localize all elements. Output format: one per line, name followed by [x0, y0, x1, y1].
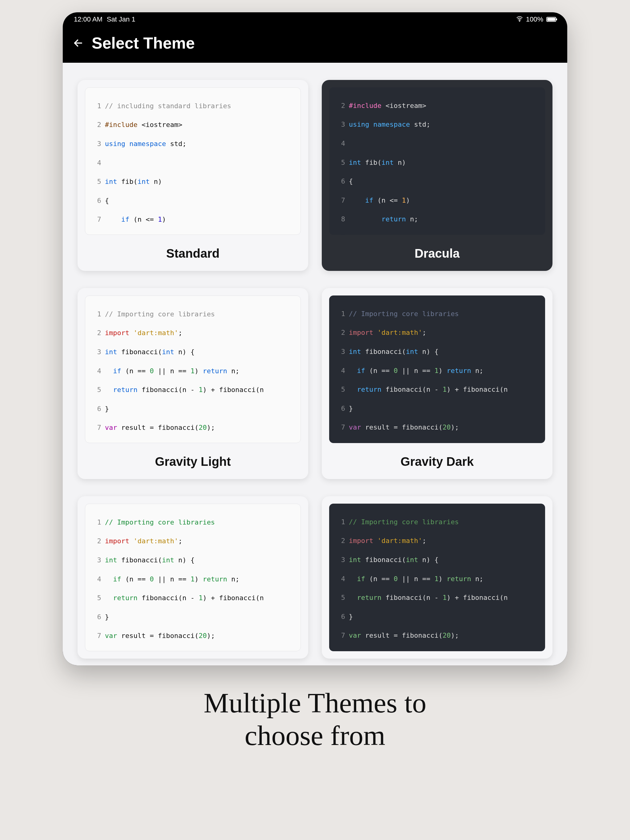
theme-name: Dracula: [322, 242, 552, 271]
app-bar: Select Theme: [63, 27, 567, 63]
code-preview: 1// including standard libraries 2#inclu…: [85, 87, 301, 235]
device-frame: 12:00 AM Sat Jan 1 100% Select Theme 1//…: [63, 12, 567, 665]
theme-card[interactable]: 1// Importing core libraries 2import 'da…: [322, 496, 552, 658]
theme-card[interactable]: 1// Importing core libraries 2import 'da…: [78, 496, 308, 658]
status-time: 12:00 AM: [74, 15, 103, 24]
arrow-left-icon: [73, 38, 83, 48]
theme-card-standard[interactable]: 1// including standard libraries 2#inclu…: [78, 80, 308, 271]
svg-point-0: [519, 21, 520, 22]
wifi-icon: [516, 15, 523, 24]
theme-card-gravity-light[interactable]: 1// Importing core libraries 2import 'da…: [78, 288, 308, 479]
theme-card-gravity-dark[interactable]: 1// Importing core libraries 2import 'da…: [322, 288, 552, 479]
marketing-tagline: Multiple Themes to choose from: [0, 687, 630, 752]
theme-grid-container: 1// including standard libraries 2#inclu…: [63, 63, 567, 665]
theme-name: Gravity Light: [78, 450, 308, 479]
theme-name: Gravity Dark: [322, 450, 552, 479]
code-preview: 2#include <iostream> 3using namespace st…: [329, 87, 545, 235]
code-preview: 1// Importing core libraries 2import 'da…: [329, 504, 545, 651]
code-preview: 1// Importing core libraries 2import 'da…: [85, 295, 301, 443]
battery-percent: 100%: [526, 15, 543, 24]
code-preview: 1// Importing core libraries 2import 'da…: [85, 504, 301, 651]
status-bar: 12:00 AM Sat Jan 1 100%: [63, 12, 567, 27]
theme-name: Standard: [78, 242, 308, 271]
status-date: Sat Jan 1: [107, 15, 135, 24]
battery-icon: [546, 17, 556, 22]
back-button[interactable]: [72, 37, 84, 49]
theme-card-dracula[interactable]: 2#include <iostream> 3using namespace st…: [322, 80, 552, 271]
code-preview: 1// Importing core libraries 2import 'da…: [329, 295, 545, 443]
page-title: Select Theme: [92, 34, 195, 52]
theme-grid: 1// including standard libraries 2#inclu…: [78, 80, 552, 658]
